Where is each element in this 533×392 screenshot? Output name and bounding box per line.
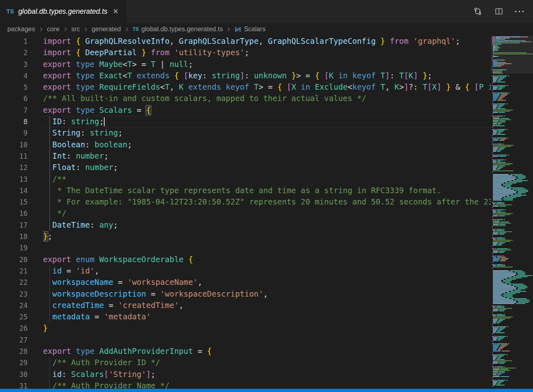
code-line[interactable]: 25 metadata = 'metadata' xyxy=(0,311,491,323)
open-changes-icon[interactable] xyxy=(473,6,483,16)
indent-guide xyxy=(49,208,50,219)
breadcrumb-item-packages[interactable]: packages xyxy=(7,26,35,33)
code-token xyxy=(184,255,189,264)
minimap-line xyxy=(492,181,533,182)
line-number[interactable]: 10 xyxy=(0,139,28,151)
code-line[interactable]: 7export type Scalars = { xyxy=(0,105,491,116)
code-line[interactable]: 30 id: Scalars['String']; xyxy=(0,369,491,380)
line-number[interactable]: 12 xyxy=(0,162,28,173)
line-number[interactable]: 9 xyxy=(0,127,28,139)
code-line[interactable]: 21 id = 'id', xyxy=(0,265,491,277)
code-editor[interactable]: 1import { GraphQLResolveInfo, GraphQLSca… xyxy=(0,36,491,392)
line-number[interactable]: 27 xyxy=(0,334,28,346)
code-line[interactable]: 23 workspaceDescription = 'workspaceDesc… xyxy=(0,289,491,300)
minimap-line xyxy=(492,146,533,147)
code-token: | xyxy=(155,60,170,69)
minimap-line xyxy=(492,380,533,381)
line-number[interactable]: 1 xyxy=(0,36,28,47)
breadcrumb-item-src[interactable]: src xyxy=(71,26,80,33)
line-number[interactable]: 11 xyxy=(0,151,28,162)
tab-global-db-types-generated[interactable]: TS global.db.types.generated.ts × xyxy=(0,0,127,23)
line-number[interactable]: 28 xyxy=(0,346,28,357)
line-number[interactable]: 6 xyxy=(0,93,28,104)
code-line-content: export enum WorkspaceOrderable { xyxy=(43,254,491,265)
code-line[interactable]: 9 String: string; xyxy=(0,127,491,139)
code-token xyxy=(282,82,287,92)
code-line[interactable]: 20export enum WorkspaceOrderable { xyxy=(0,254,491,265)
code-token: , xyxy=(170,37,179,46)
minimap[interactable] xyxy=(491,36,533,389)
line-number[interactable]: 19 xyxy=(0,242,28,254)
minimap-line xyxy=(492,291,533,292)
line-number[interactable]: 8 xyxy=(0,116,28,127)
code-line[interactable]: 19 xyxy=(0,242,491,254)
line-number[interactable]: 7 xyxy=(0,105,28,116)
line-number[interactable]: 23 xyxy=(0,289,28,300)
code-line[interactable]: 10 Boolean: boolean; xyxy=(0,139,491,151)
code-line[interactable]: 22 workspaceName = 'workspaceName', xyxy=(0,277,491,288)
code-line[interactable]: 4export type Exact<T extends { [key: str… xyxy=(0,70,491,82)
line-number[interactable]: 4 xyxy=(0,70,28,82)
breadcrumb-item-scalars[interactable]: Scalars xyxy=(234,26,265,33)
minimap-line xyxy=(492,297,533,298)
code-line[interactable]: 3export type Maybe<T> = T | null; xyxy=(0,59,491,70)
line-number[interactable]: 18 xyxy=(0,231,28,242)
line-number[interactable]: 3 xyxy=(0,59,28,70)
minimap-line xyxy=(492,149,533,149)
line-number[interactable]: 16 xyxy=(0,208,28,219)
code-token: ] xyxy=(437,82,442,92)
line-number[interactable]: 29 xyxy=(0,357,28,368)
code-line[interactable]: 14 * The DateTime scalar type represents… xyxy=(0,185,491,196)
minimap-line xyxy=(492,103,533,104)
code-line[interactable]: 13 /** xyxy=(0,174,491,185)
minimap-line xyxy=(492,134,533,135)
code-line[interactable]: 11 Int: number; xyxy=(0,151,491,162)
status-bar[interactable] xyxy=(0,389,533,392)
code-line[interactable]: 29 /** Auth Provider ID */ xyxy=(0,357,491,368)
line-number[interactable]: 20 xyxy=(0,254,28,265)
minimap-line xyxy=(492,262,533,263)
code-token: ; xyxy=(99,117,104,126)
code-token: : xyxy=(67,151,76,161)
line-number[interactable]: 21 xyxy=(0,265,28,277)
line-number[interactable]: 5 xyxy=(0,82,28,93)
code-line[interactable]: 15 * For example: "1985-04-12T23:20:50.5… xyxy=(0,196,491,208)
line-number[interactable]: 22 xyxy=(0,277,28,288)
code-line[interactable]: 6/** All built-in and custom scalars, ma… xyxy=(0,93,491,104)
minimap-line xyxy=(492,252,533,253)
line-number[interactable]: 15 xyxy=(0,196,28,208)
line-number[interactable]: 25 xyxy=(0,311,28,323)
minimap-line xyxy=(492,108,533,109)
breadcrumb-item-core[interactable]: core xyxy=(47,26,60,33)
code-line[interactable]: 27 xyxy=(0,334,491,346)
code-line[interactable]: 18}; xyxy=(0,231,491,242)
line-number[interactable]: 13 xyxy=(0,174,28,185)
breadcrumb-item-global-db-types-generated-ts[interactable]: TSglobal.db.types.generated.ts xyxy=(133,26,223,33)
code-line[interactable]: 28export type AddAuthProviderInput = { xyxy=(0,346,491,357)
code-line[interactable]: 24 createdTime = 'createdTime', xyxy=(0,300,491,311)
more-actions-icon[interactable]: ··· xyxy=(515,6,525,16)
code-line[interactable]: 17 DateTime: any; xyxy=(0,220,491,231)
code-line[interactable]: 5export type RequireFields<T, K extends … xyxy=(0,82,491,93)
code-line[interactable]: 26} xyxy=(0,323,491,334)
line-number[interactable]: 24 xyxy=(0,300,28,311)
code-line[interactable]: 16 */ xyxy=(0,208,491,219)
code-line-content xyxy=(43,242,491,254)
minimap-line xyxy=(492,117,533,118)
code-line[interactable]: 1import { GraphQLResolveInfo, GraphQLSca… xyxy=(0,36,491,47)
minimap-line xyxy=(492,168,533,169)
code-token: string xyxy=(212,71,240,80)
split-editor-icon[interactable] xyxy=(494,6,504,16)
minimap-line xyxy=(492,54,533,54)
line-number[interactable]: 30 xyxy=(0,369,28,380)
code-line[interactable]: 2import { DeepPartial } from 'utility-ty… xyxy=(0,47,491,58)
line-number[interactable]: 2 xyxy=(0,47,28,58)
code-line[interactable]: 12 Float: number; xyxy=(0,162,491,173)
line-number[interactable]: 26 xyxy=(0,323,28,334)
breadcrumb-item-generated[interactable]: generated xyxy=(92,26,121,33)
code-line[interactable]: 8 ID: string; xyxy=(0,116,491,127)
line-number[interactable]: 17 xyxy=(0,220,28,231)
line-number[interactable]: 14 xyxy=(0,185,28,196)
close-icon[interactable]: × xyxy=(113,7,118,16)
minimap-line xyxy=(492,47,533,48)
